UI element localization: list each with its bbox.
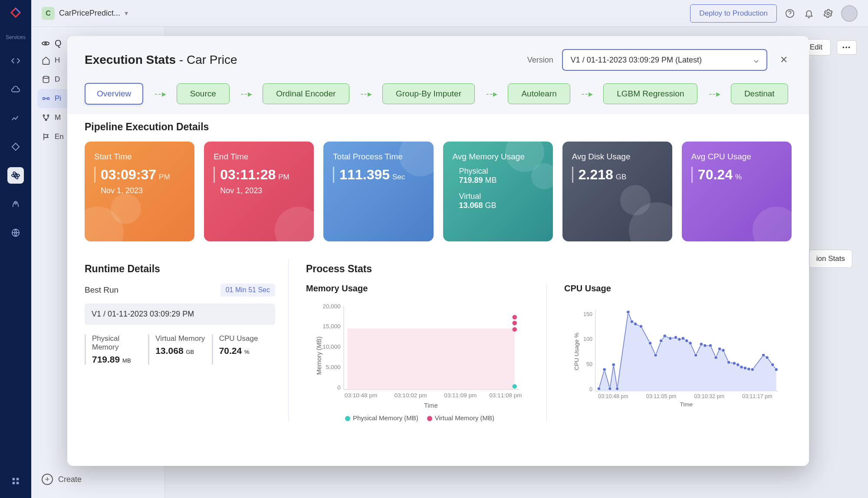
rail-globe-icon[interactable]	[7, 224, 24, 241]
svg-point-62	[689, 342, 692, 345]
svg-point-48	[615, 387, 619, 390]
svg-point-68	[718, 347, 721, 351]
rail-atom-icon[interactable]	[7, 167, 24, 184]
app-logo-icon	[9, 6, 22, 22]
services-label: Services	[6, 34, 26, 40]
arrow-icon: - - ▸	[486, 89, 496, 99]
help-icon[interactable]	[784, 7, 796, 20]
svg-point-17	[47, 115, 49, 116]
metric-process-time: Total Process Time 111.395Sec	[323, 142, 433, 241]
svg-point-13	[43, 76, 49, 79]
svg-point-44	[597, 387, 601, 390]
svg-point-3	[15, 202, 16, 204]
modal-body: Pipeline Execution Details Start Time 03…	[67, 114, 809, 466]
svg-point-69	[722, 349, 725, 352]
bell-icon[interactable]	[803, 7, 815, 20]
metric-disk: Avg Disk Usage 2.218GB	[562, 142, 672, 241]
mini-virt-memory: Virtual Memory 13.068 GB	[148, 334, 211, 365]
rail-diamond-icon[interactable]	[7, 139, 24, 155]
svg-point-73	[740, 366, 743, 369]
create-button[interactable]: + Create	[37, 469, 158, 489]
svg-text:03:10:32 pm: 03:10:32 pm	[694, 393, 724, 399]
rail-apps-icon[interactable]	[7, 473, 24, 489]
rail-rocket-icon[interactable]	[7, 196, 24, 212]
chevron-down-icon: ⌵	[754, 55, 759, 65]
project-selector[interactable]: C CarPricePredict... ▾	[42, 7, 128, 20]
pipeline-node-autolearn[interactable]: Autolearn	[508, 83, 570, 104]
svg-text:03:10:48 pm: 03:10:48 pm	[345, 392, 377, 399]
runtime-version-chip[interactable]: V1 / 01-11-2023 03:09:29 PM	[85, 303, 275, 325]
bg-stats-button[interactable]: ion Stats	[809, 250, 852, 268]
svg-point-30	[513, 327, 517, 331]
svg-text:03:10:48 pm: 03:10:48 pm	[598, 393, 628, 399]
svg-point-57	[668, 337, 672, 340]
svg-text:03:11:05 pm: 03:11:05 pm	[646, 393, 677, 399]
svg-point-80	[775, 368, 778, 371]
deploy-button[interactable]: Deploy to Production	[690, 4, 777, 23]
svg-text:150: 150	[583, 311, 592, 317]
project-badge: C	[42, 7, 55, 20]
svg-point-16	[43, 115, 44, 116]
user-avatar[interactable]	[841, 5, 858, 22]
svg-point-75	[747, 367, 751, 371]
svg-point-63	[694, 353, 697, 357]
svg-rect-27	[347, 329, 514, 390]
pipeline-row: Overview - - ▸ Source - - ▸ Ordinal Enco…	[67, 71, 809, 114]
arrow-icon: - - ▸	[241, 89, 251, 99]
version-label: Version	[527, 56, 553, 65]
version-select[interactable]: V1 / 01-11-2023 03:09:29 PM (Latest) ⌵	[562, 49, 767, 71]
svg-rect-5	[13, 478, 15, 481]
svg-point-14	[43, 98, 45, 100]
svg-point-50	[630, 320, 634, 323]
svg-point-46	[608, 387, 612, 390]
svg-point-65	[703, 344, 707, 347]
svg-text:03:11:17 pm: 03:11:17 pm	[742, 393, 773, 399]
pipeline-node-lgbm[interactable]: LGBM Regression	[603, 83, 697, 104]
pipeline-node-destination[interactable]: Destinat	[731, 83, 788, 104]
left-rail: Services	[0, 0, 31, 498]
svg-text:10,000: 10,000	[322, 343, 340, 350]
svg-point-79	[771, 363, 774, 366]
svg-text:Time: Time	[680, 401, 693, 408]
arrow-icon: - - ▸	[709, 89, 719, 99]
svg-text:0: 0	[589, 386, 592, 392]
rail-cloud-icon[interactable]	[7, 81, 24, 98]
svg-text:03:10:02 pm: 03:10:02 pm	[395, 392, 427, 399]
svg-text:0: 0	[337, 384, 341, 391]
svg-point-54	[654, 353, 658, 357]
svg-text:03:11:09 pm: 03:11:09 pm	[444, 392, 477, 399]
svg-point-10	[827, 12, 829, 15]
svg-text:20,000: 20,000	[322, 303, 340, 310]
svg-text:15,000: 15,000	[322, 323, 340, 330]
svg-point-61	[685, 339, 688, 343]
project-name: CarPricePredict...	[59, 9, 120, 18]
svg-point-49	[627, 310, 630, 314]
svg-point-77	[762, 353, 765, 357]
settings-icon[interactable]	[822, 7, 834, 20]
svg-point-59	[678, 338, 681, 341]
svg-point-52	[639, 325, 643, 328]
rail-analytics-icon[interactable]	[7, 110, 24, 126]
svg-text:CPU Usage %: CPU Usage %	[573, 333, 580, 370]
svg-point-53	[648, 342, 652, 345]
memory-legend: Physical Memory (MB) Virtual Memory (MB)	[306, 414, 533, 422]
rail-code-icon[interactable]	[7, 53, 24, 69]
svg-point-64	[700, 343, 703, 346]
pipeline-node-imputer[interactable]: Group-By Imputer	[382, 83, 475, 104]
section-title: Pipeline Execution Details	[85, 121, 792, 133]
best-run-label: Best Run	[85, 285, 118, 295]
bg-right-controls: Edit •••	[802, 39, 857, 56]
svg-point-58	[674, 336, 677, 339]
close-button[interactable]: ✕	[776, 52, 792, 68]
svg-text:03:11:08 pm: 03:11:08 pm	[489, 392, 522, 399]
svg-rect-7	[13, 482, 15, 485]
pipeline-node-source[interactable]: Source	[177, 83, 230, 104]
svg-point-15	[47, 98, 49, 100]
svg-point-71	[733, 362, 736, 365]
metric-grid: Start Time 03:09:37PM Nov 1, 2023 End Ti…	[85, 142, 792, 241]
pipeline-node-encoder[interactable]: Ordinal Encoder	[263, 83, 349, 104]
more-button[interactable]: •••	[837, 40, 857, 55]
svg-text:Time: Time	[424, 402, 438, 409]
tab-overview[interactable]: Overview	[85, 83, 143, 105]
process-stats: Process Stats Memory Usage Memory (MB) 2…	[302, 259, 792, 422]
